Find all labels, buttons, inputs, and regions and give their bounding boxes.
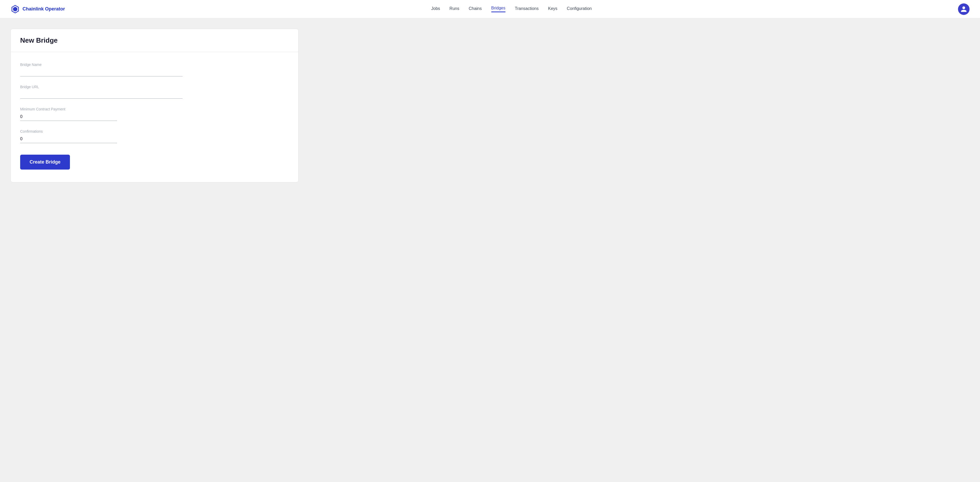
svg-marker-1: [13, 7, 17, 11]
bridge-name-label: Bridge Name: [20, 63, 289, 67]
user-icon: [960, 6, 967, 13]
new-bridge-form: Bridge Name Bridge URL Minimum Contract …: [20, 63, 289, 170]
bridge-name-group: Bridge Name: [20, 63, 289, 76]
main-nav: Jobs Runs Chains Bridges Transactions Ke…: [431, 6, 592, 12]
min-contract-payment-input[interactable]: [20, 113, 117, 121]
nav-chains[interactable]: Chains: [469, 6, 482, 12]
nav-keys[interactable]: Keys: [548, 6, 558, 12]
brand-link[interactable]: Chainlink Operator: [11, 5, 65, 14]
nav-bridges[interactable]: Bridges: [491, 6, 506, 12]
min-contract-payment-label: Minimum Contract Payment: [20, 107, 289, 111]
bridge-name-input[interactable]: [20, 68, 183, 76]
nav-runs[interactable]: Runs: [449, 6, 459, 12]
main-content: New Bridge Bridge Name Bridge URL Minimu…: [0, 18, 980, 193]
navbar: Chainlink Operator Jobs Runs Chains Brid…: [0, 0, 980, 18]
navbar-right: [958, 3, 969, 15]
page-card: New Bridge Bridge Name Bridge URL Minimu…: [11, 29, 299, 182]
nav-configuration[interactable]: Configuration: [567, 6, 592, 12]
bridge-url-label: Bridge URL: [20, 85, 289, 89]
page-title: New Bridge: [20, 36, 289, 44]
chainlink-logo: [11, 5, 20, 14]
page-card-body: Bridge Name Bridge URL Minimum Contract …: [11, 52, 298, 182]
nav-jobs[interactable]: Jobs: [431, 6, 440, 12]
brand-title: Chainlink Operator: [22, 6, 65, 12]
page-card-header: New Bridge: [11, 29, 298, 52]
bridge-url-input[interactable]: [20, 90, 183, 99]
create-bridge-button[interactable]: Create Bridge: [20, 155, 70, 170]
confirmations-group: Confirmations: [20, 129, 289, 143]
nav-transactions[interactable]: Transactions: [515, 6, 539, 12]
user-avatar[interactable]: [958, 3, 969, 15]
min-contract-payment-group: Minimum Contract Payment: [20, 107, 289, 121]
bridge-url-group: Bridge URL: [20, 85, 289, 99]
confirmations-label: Confirmations: [20, 129, 289, 133]
confirmations-input[interactable]: [20, 135, 117, 143]
